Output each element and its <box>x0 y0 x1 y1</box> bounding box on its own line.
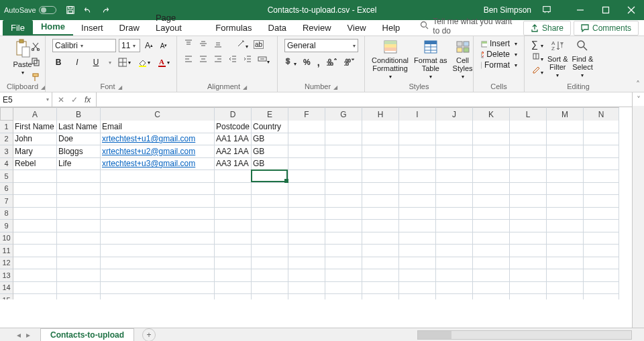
row-header[interactable]: 11 <box>0 245 13 257</box>
cell[interactable] <box>288 121 325 133</box>
row-header[interactable]: 2 <box>0 133 13 146</box>
tab-page-layout[interactable]: Page Layout <box>148 10 207 36</box>
cell[interactable]: GB <box>252 133 288 146</box>
cell[interactable] <box>252 208 288 220</box>
cell[interactable] <box>436 232 473 245</box>
cell[interactable] <box>325 158 362 171</box>
cell[interactable] <box>325 294 362 299</box>
cell[interactable] <box>288 245 325 257</box>
cell[interactable] <box>547 245 584 257</box>
accounting-format-icon[interactable]: $▾ <box>284 56 297 68</box>
align-center-icon[interactable] <box>199 54 208 66</box>
cell[interactable] <box>584 183 619 196</box>
cell[interactable] <box>547 145 584 158</box>
cell[interactable] <box>13 220 57 232</box>
cell[interactable] <box>547 208 584 220</box>
cell[interactable] <box>436 170 473 183</box>
cell[interactable] <box>101 245 215 257</box>
comma-format-icon[interactable]: , <box>317 57 320 68</box>
cell[interactable] <box>510 257 547 270</box>
cell[interactable] <box>436 208 473 220</box>
cell[interactable] <box>473 245 510 257</box>
row-header[interactable]: 7 <box>0 195 13 208</box>
cell[interactable] <box>215 257 252 270</box>
cell[interactable] <box>362 282 399 295</box>
ribbon-options-icon[interactable] <box>542 5 551 16</box>
close-button[interactable] <box>619 0 644 20</box>
cell[interactable] <box>473 195 510 208</box>
tab-draw[interactable]: Draw <box>111 20 148 36</box>
find-select-button[interactable]: Find & Select▾ <box>572 39 594 78</box>
cell[interactable] <box>362 208 399 220</box>
cell[interactable] <box>436 183 473 196</box>
cell[interactable] <box>325 170 362 183</box>
sheet-nav-next-icon[interactable]: ▸ <box>26 330 30 340</box>
cell[interactable] <box>547 183 584 196</box>
cell[interactable] <box>215 269 252 282</box>
fill-color-icon[interactable]: ▾ <box>138 56 150 68</box>
horizontal-scrollbar[interactable] <box>156 330 644 340</box>
cell[interactable] <box>101 195 215 208</box>
tab-file[interactable]: File <box>3 20 33 36</box>
row-header[interactable]: 6 <box>0 183 13 196</box>
row-header[interactable]: 9 <box>0 220 13 232</box>
column-header[interactable]: C <box>101 107 215 121</box>
cell[interactable] <box>473 282 510 295</box>
cell[interactable] <box>473 208 510 220</box>
cell[interactable]: Last Name <box>57 121 101 133</box>
cell[interactable] <box>399 133 436 146</box>
cell[interactable] <box>57 269 101 282</box>
cell[interactable] <box>362 269 399 282</box>
cell[interactable] <box>252 257 288 270</box>
cell[interactable] <box>57 195 101 208</box>
cell[interactable] <box>57 294 101 299</box>
cell[interactable] <box>510 145 547 158</box>
cell[interactable] <box>584 158 619 171</box>
cell[interactable] <box>252 282 288 295</box>
cell[interactable] <box>325 257 362 270</box>
column-header[interactable]: J <box>436 107 473 121</box>
underline-button[interactable]: U <box>90 56 102 68</box>
cell[interactable] <box>510 220 547 232</box>
cell[interactable] <box>288 257 325 270</box>
cell[interactable] <box>436 158 473 171</box>
maximize-button[interactable] <box>593 0 619 20</box>
decrease-indent-icon[interactable] <box>228 54 237 66</box>
cell[interactable] <box>325 195 362 208</box>
cell[interactable] <box>547 257 584 270</box>
font-name-combo[interactable]: Calibri▾ <box>52 39 116 52</box>
cell[interactable] <box>510 158 547 171</box>
cell[interactable] <box>547 195 584 208</box>
column-header[interactable]: K <box>473 107 510 121</box>
cell[interactable]: AA2 1AA <box>215 145 252 158</box>
orientation-icon[interactable]: ▾ <box>236 39 248 50</box>
formula-input[interactable] <box>97 92 632 107</box>
cell[interactable] <box>288 208 325 220</box>
column-header[interactable]: I <box>399 107 436 121</box>
bold-button[interactable]: B <box>52 56 64 68</box>
cell[interactable] <box>584 294 619 299</box>
sheet-tab-active[interactable]: Contacts-to-upload <box>40 328 134 341</box>
column-header[interactable]: A <box>13 107 57 121</box>
copy-icon[interactable] <box>31 57 40 68</box>
cell[interactable] <box>362 158 399 171</box>
cell[interactable] <box>325 269 362 282</box>
cell[interactable] <box>325 208 362 220</box>
cells-format-button[interactable]: Format▾ <box>480 60 517 70</box>
cell[interactable] <box>473 257 510 270</box>
increase-decimal-icon[interactable]: .0.00 <box>327 56 337 68</box>
column-header[interactable]: L <box>510 107 547 121</box>
cell[interactable] <box>362 145 399 158</box>
cell[interactable] <box>436 269 473 282</box>
cell[interactable] <box>436 257 473 270</box>
cell[interactable] <box>547 133 584 146</box>
cell[interactable] <box>547 282 584 295</box>
italic-button[interactable]: I <box>71 56 83 68</box>
cell[interactable] <box>584 133 619 146</box>
cell[interactable] <box>362 195 399 208</box>
column-header[interactable]: M <box>547 107 584 121</box>
number-format-combo[interactable]: General▾ <box>284 39 358 52</box>
decrease-decimal-icon[interactable]: .00.0 <box>344 56 355 68</box>
cell[interactable] <box>399 257 436 270</box>
cell[interactable] <box>584 282 619 295</box>
